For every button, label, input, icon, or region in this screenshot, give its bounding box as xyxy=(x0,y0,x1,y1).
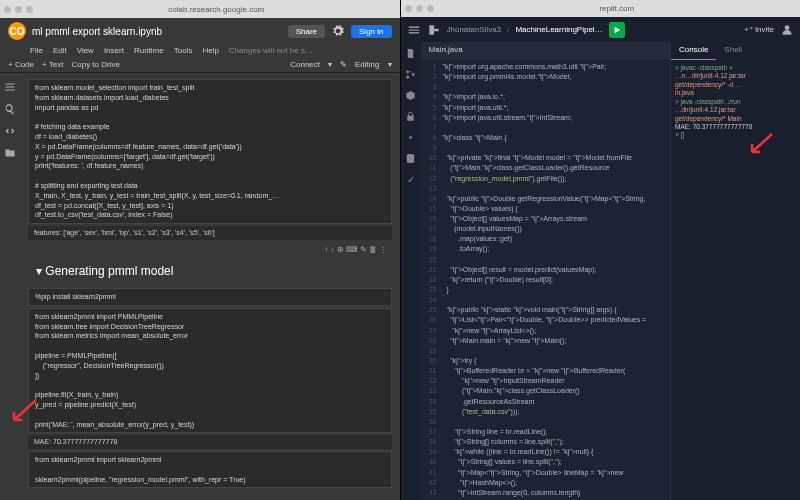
menu-view[interactable]: View xyxy=(77,46,94,55)
menu-icon[interactable] xyxy=(407,23,421,37)
user-crumb[interactable]: JhonatanSilva3 xyxy=(447,25,502,34)
replit-sidebar: ✓ xyxy=(401,42,421,500)
console-panel: Console Shell > javac -classpath ×…n…dir… xyxy=(670,42,800,500)
menu-tools[interactable]: Tools xyxy=(174,46,193,55)
cell-output: MAE: 70.37777777777778 xyxy=(28,435,392,449)
console-tab[interactable]: Console xyxy=(671,42,716,60)
invite-button[interactable]: +⁺ Invite xyxy=(744,25,774,34)
user-icon[interactable] xyxy=(780,23,794,37)
share-button[interactable]: Share xyxy=(288,25,325,38)
browser-tabbar: colab.research.google.com xyxy=(0,0,400,18)
notebook-area[interactable]: from sklearn.model_selection import trai… xyxy=(20,73,400,500)
svg-point-0 xyxy=(785,25,790,30)
code-cell[interactable]: from sklearn2pmml import PMMLPipeline fr… xyxy=(28,308,392,434)
check-icon: ✓ xyxy=(407,174,415,185)
search-icon[interactable] xyxy=(4,103,16,115)
copy-drive-button[interactable]: Copy to Drive xyxy=(71,60,119,69)
colab-header: CO ml pmml export sklearn.ipynb Share Si… xyxy=(0,18,400,44)
code-cell[interactable]: from sklearn.model_selection import trai… xyxy=(28,79,392,224)
menu-insert[interactable]: Insert xyxy=(104,46,124,55)
code-editor[interactable]: Main.java 1"kj">import org.apache.common… xyxy=(421,42,671,500)
menu-file[interactable]: File xyxy=(30,46,43,55)
svg-point-1 xyxy=(406,70,409,73)
secrets-icon[interactable] xyxy=(405,111,416,122)
menu-runtime[interactable]: Runtime xyxy=(134,46,164,55)
svg-point-4 xyxy=(409,136,412,139)
code-cell[interactable]: from sklearn2pmml import sklearn2pmml sk… xyxy=(28,451,392,488)
run-button[interactable] xyxy=(609,22,625,38)
left-sidebar xyxy=(0,73,20,500)
address-bar[interactable]: colab.research.google.com xyxy=(37,5,396,14)
svg-point-2 xyxy=(406,76,409,79)
database-icon[interactable] xyxy=(405,153,416,164)
colab-toolbar: + Code + Text Copy to Drive Connect ▾ ✎ … xyxy=(0,57,400,73)
cell-output: features: ['age', 'sex', 'bmi', 'bp', 's… xyxy=(28,226,392,240)
replit-logo-icon xyxy=(427,23,441,37)
notebook-filename[interactable]: ml pmml export sklearn.ipynb xyxy=(32,26,162,37)
svg-point-3 xyxy=(412,73,415,76)
editor-tab[interactable]: Main.java xyxy=(421,42,671,60)
packages-icon[interactable] xyxy=(405,90,416,101)
browser-tabbar: replit.com xyxy=(401,0,801,17)
folder-icon[interactable] xyxy=(4,147,16,159)
settings-icon[interactable] xyxy=(405,132,416,143)
toc-icon[interactable] xyxy=(4,81,16,93)
project-name[interactable]: MachineLearningPipel… xyxy=(515,25,602,34)
add-code-button[interactable]: + Code xyxy=(8,60,34,69)
replit-header: JhonatanSilva3 / MachineLearningPipel… +… xyxy=(401,17,801,42)
menu-bar: File Edit View Insert Runtime Tools Help… xyxy=(0,44,400,57)
vcs-icon[interactable] xyxy=(405,69,416,80)
console-output[interactable]: > javac -classpath ×…n…dir/junit-4.12.ja… xyxy=(671,60,800,500)
connect-button[interactable]: Connect xyxy=(290,60,320,69)
menu-help[interactable]: Help xyxy=(202,46,218,55)
shell-tab[interactable]: Shell xyxy=(716,42,750,60)
section-heading[interactable]: ▾ Generating pmml model xyxy=(24,257,396,286)
save-status: Changes will not be s… xyxy=(229,46,313,55)
cell-toolbar[interactable]: ↑ ↓ ⊕ ⌨ ✎ 🗑 ⋮ xyxy=(24,242,396,257)
settings-icon[interactable] xyxy=(331,24,345,38)
files-icon[interactable] xyxy=(405,48,416,59)
colab-logo-icon: CO xyxy=(8,22,26,40)
code-icon[interactable] xyxy=(4,125,16,137)
address-bar[interactable]: replit.com xyxy=(438,4,797,13)
add-text-button[interactable]: + Text xyxy=(42,60,63,69)
editing-mode[interactable]: Editing xyxy=(355,60,379,69)
code-cell[interactable]: %pip install sklearn2pmml xyxy=(28,288,392,306)
signin-button[interactable]: Sign in xyxy=(351,25,391,38)
menu-edit[interactable]: Edit xyxy=(53,46,67,55)
